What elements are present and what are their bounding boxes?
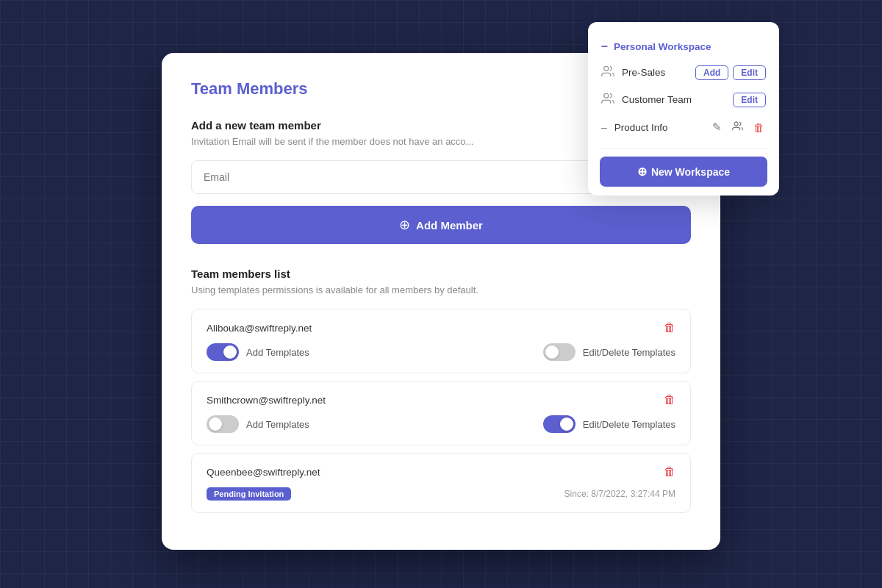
- member-permissions: Add Templates Edit/Delete Templates: [207, 415, 675, 433]
- customer-team-label: Customer Team: [622, 94, 692, 105]
- add-templates-label: Add Templates: [246, 419, 309, 430]
- pre-sales-edit-button[interactable]: Edit: [733, 65, 766, 80]
- product-info-label: Product Info: [614, 122, 668, 133]
- pre-sales-actions: Add Edit: [695, 65, 766, 80]
- svg-point-0: [604, 66, 609, 71]
- new-workspace-plus-icon: ⊕: [637, 165, 647, 179]
- toggle-knob: [560, 417, 573, 431]
- customer-team-edit-button[interactable]: Edit: [733, 93, 766, 107]
- pre-sales-label: Pre-Sales: [622, 67, 665, 78]
- toggle-knob: [209, 417, 222, 431]
- add-templates-label: Add Templates: [246, 347, 309, 358]
- new-workspace-label: New Workspace: [651, 166, 730, 178]
- add-member-label: Add Member: [416, 219, 483, 232]
- add-templates-permission: Add Templates: [207, 343, 309, 361]
- pre-sales-add-button[interactable]: Add: [695, 65, 728, 80]
- product-delete-icon[interactable]: 🗑: [752, 120, 766, 135]
- member-permissions: Add Templates Edit/Delete Templates: [207, 343, 675, 361]
- svg-point-1: [604, 93, 609, 98]
- table-row: Smithcrown@swiftreply.net 🗑 Add Template…: [191, 381, 691, 445]
- customer-team-actions: Edit: [733, 93, 766, 107]
- personal-workspace-label: Personal Workspace: [614, 41, 711, 52]
- product-info-actions: ✎ 🗑: [711, 119, 766, 135]
- people-icon: [601, 65, 614, 80]
- member-pending-row: Pending Invitation Since: 8/7/2022, 3:27…: [207, 487, 675, 501]
- member-email-row: Queenbee@swiftreply.net 🗑: [207, 465, 675, 478]
- delete-member-icon[interactable]: 🗑: [664, 393, 675, 406]
- add-member-plus-icon: ⊕: [399, 217, 410, 233]
- product-dash-icon: –: [601, 121, 607, 133]
- add-templates-toggle[interactable]: [207, 343, 239, 361]
- member-email-row: Alibouka@swiftreply.net 🗑: [207, 321, 675, 334]
- delete-member-icon[interactable]: 🗑: [664, 321, 675, 334]
- table-row: Queenbee@swiftreply.net 🗑 Pending Invita…: [191, 453, 691, 513]
- edit-delete-toggle[interactable]: [543, 343, 576, 361]
- edit-delete-toggle[interactable]: [543, 415, 576, 433]
- svg-point-2: [734, 122, 738, 126]
- product-people-icon[interactable]: [731, 119, 745, 135]
- product-info-left: – Product Info: [601, 121, 668, 133]
- edit-delete-permission: Edit/Delete Templates: [543, 415, 675, 433]
- edit-delete-label: Edit/Delete Templates: [583, 419, 675, 430]
- status-badge: Pending Invitation: [207, 487, 291, 501]
- toggle-knob: [223, 345, 237, 359]
- people-icon: [601, 92, 614, 107]
- dash-icon: –: [601, 40, 608, 53]
- dropdown-divider: [600, 148, 767, 149]
- add-templates-toggle[interactable]: [207, 415, 239, 433]
- member-email-text: Smithcrown@swiftreply.net: [207, 395, 326, 406]
- new-workspace-button[interactable]: ⊕ New Workspace: [600, 157, 767, 187]
- add-templates-permission: Add Templates: [207, 415, 309, 433]
- edit-delete-permission: Edit/Delete Templates: [543, 343, 675, 361]
- delete-member-icon[interactable]: 🗑: [664, 465, 675, 478]
- since-text: Since: 8/7/2022, 3:27:44 PM: [564, 489, 675, 499]
- member-email-row: Smithcrown@swiftreply.net 🗑: [207, 393, 675, 406]
- member-email-text: Queenbee@swiftreply.net: [207, 467, 320, 478]
- workspace-dropdown: – Personal Workspace Pre-Sales Add Edit …: [588, 22, 779, 196]
- members-list-description: Using templates permissions is available…: [191, 284, 691, 295]
- member-email-text: Alibouka@swiftreply.net: [207, 323, 312, 334]
- list-item: – Product Info ✎ 🗑: [588, 113, 779, 141]
- customer-team-left: Customer Team: [601, 92, 692, 107]
- add-member-button[interactable]: ⊕ Add Member: [191, 206, 691, 244]
- members-list-title: Team members list: [191, 268, 691, 280]
- list-item: Customer Team Edit: [588, 86, 779, 113]
- pre-sales-left: Pre-Sales: [601, 65, 665, 80]
- edit-delete-label: Edit/Delete Templates: [583, 347, 675, 358]
- personal-workspace-header: – Personal Workspace: [588, 34, 779, 59]
- list-item: Pre-Sales Add Edit: [588, 59, 779, 86]
- product-edit-icon[interactable]: ✎: [711, 119, 723, 135]
- table-row: Alibouka@swiftreply.net 🗑 Add Templates …: [191, 309, 691, 373]
- toggle-knob: [545, 345, 559, 359]
